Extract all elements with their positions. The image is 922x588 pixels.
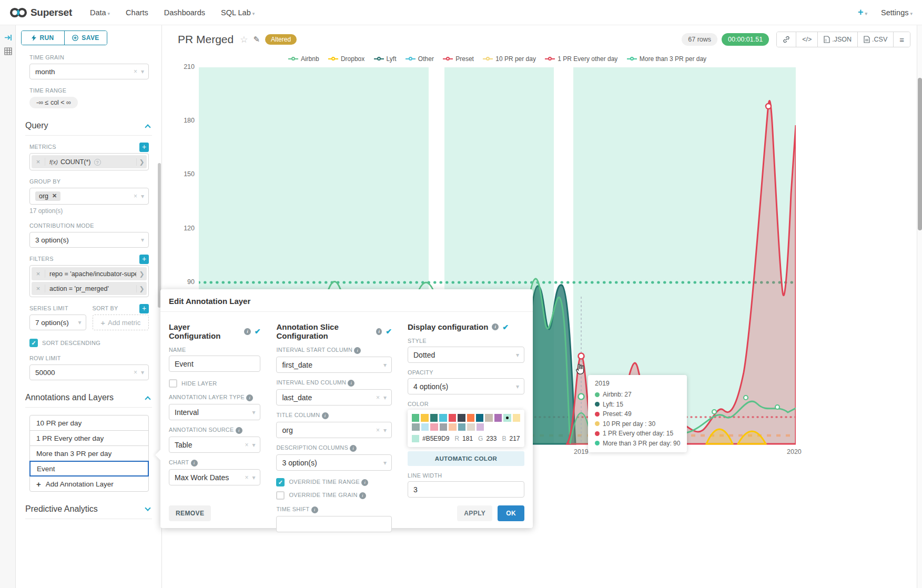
remove-icon[interactable]: ✕: [52, 192, 57, 200]
b-value[interactable]: 217: [509, 435, 520, 442]
legend-item[interactable]: 1 PR Every other day: [545, 55, 617, 63]
info-icon[interactable]: i: [376, 328, 382, 335]
chart-menu-button[interactable]: ≡: [893, 32, 910, 47]
annotation-layer-item[interactable]: 10 PR per day: [29, 415, 149, 431]
annotation-source-select[interactable]: Table × ▾: [169, 437, 260, 453]
color-swatch[interactable]: [449, 423, 457, 431]
remove-icon[interactable]: ×: [32, 158, 45, 166]
info-icon[interactable]: i: [350, 445, 357, 452]
color-swatch[interactable]: [449, 414, 456, 422]
style-select[interactable]: Dotted ▾: [408, 347, 524, 363]
annotations-section-header[interactable]: Annotations and Layers: [25, 393, 152, 408]
g-value[interactable]: 233: [486, 435, 497, 442]
color-swatch[interactable]: [513, 414, 520, 422]
row-limit-select[interactable]: 50000 × ▾: [29, 364, 149, 380]
apply-button[interactable]: APPLY: [457, 505, 492, 521]
nav-sql-lab[interactable]: SQL Lab▾: [221, 8, 255, 17]
page-scrollbar[interactable]: [917, 25, 922, 588]
view-query-button[interactable]: </>: [796, 32, 817, 47]
edit-properties-icon[interactable]: ✎: [253, 35, 260, 44]
filter-chip[interactable]: × action = 'pr_merged' ❯: [32, 282, 147, 295]
export-json-button[interactable]: {} .JSON: [817, 32, 857, 47]
collapse-panel-icon[interactable]: [0, 31, 16, 44]
clear-icon[interactable]: ×: [376, 394, 380, 401]
favorite-star-icon[interactable]: ☆: [240, 34, 248, 45]
color-swatch[interactable]: [440, 423, 448, 431]
opacity-select[interactable]: 4 option(s) ▾: [408, 378, 524, 394]
add-filter-button[interactable]: +: [139, 255, 149, 264]
title-column-select[interactable]: org × ▾: [276, 422, 392, 438]
nav-data[interactable]: Data▾: [90, 8, 110, 17]
info-icon[interactable]: i: [348, 380, 354, 387]
name-input[interactable]: [169, 356, 260, 372]
panel-scrollbar-thumb[interactable]: [158, 163, 161, 308]
chart-select[interactable]: Max Work Dates × ▾: [169, 469, 260, 485]
legend-item[interactable]: Other: [406, 55, 434, 63]
interval-start-select[interactable]: first_date ▾: [276, 357, 392, 373]
color-swatch[interactable]: [439, 414, 447, 422]
nav-charts[interactable]: Charts: [126, 8, 148, 17]
add-metric-button[interactable]: +: [139, 143, 149, 152]
chevron-right-icon[interactable]: ❯: [136, 285, 147, 292]
clear-icon[interactable]: ×: [245, 474, 248, 481]
scrollbar-thumb[interactable]: [918, 78, 922, 230]
color-swatch[interactable]: [421, 423, 429, 431]
remove-button[interactable]: REMOVE: [169, 505, 211, 521]
nav-dashboards[interactable]: Dashboards: [164, 8, 205, 17]
color-swatch[interactable]: [458, 414, 465, 422]
annotation-layer-item[interactable]: 1 PR Every other day: [29, 430, 149, 446]
sort-by-add-metric[interactable]: +Add metric: [93, 315, 149, 330]
info-icon[interactable]: i: [322, 412, 329, 419]
datasource-grid-icon[interactable]: [0, 44, 16, 58]
remove-icon[interactable]: ×: [32, 270, 45, 278]
share-link-button[interactable]: [777, 32, 796, 47]
legend-item[interactable]: Lyft: [374, 55, 397, 63]
annotation-layer-item[interactable]: More than 3 PR per day: [29, 445, 149, 461]
color-swatch[interactable]: [430, 423, 438, 431]
series-limit-select[interactable]: 7 option(s) ▾: [29, 315, 86, 330]
description-columns-select[interactable]: 3 option(s) ▾: [276, 454, 392, 471]
info-icon[interactable]: i: [244, 328, 250, 335]
color-swatch[interactable]: [412, 414, 419, 422]
color-swatch[interactable]: [467, 423, 475, 431]
color-swatch[interactable]: [494, 414, 502, 422]
automatic-color-button[interactable]: AUTOMATIC COLOR: [408, 451, 524, 466]
color-swatch[interactable]: [476, 414, 483, 422]
legend-item[interactable]: Dropbox: [328, 55, 364, 63]
export-csv-button[interactable]: .CSV: [857, 32, 893, 47]
clear-icon[interactable]: ×: [134, 369, 137, 376]
clear-icon[interactable]: ×: [134, 68, 137, 75]
filter-chip[interactable]: × repo = 'apache/incubator-supers... ❯: [32, 267, 147, 280]
legend-item[interactable]: Airbnb: [288, 55, 319, 63]
color-swatch[interactable]: [412, 423, 420, 431]
contribution-mode-select[interactable]: 3 option(s) ▾: [29, 232, 149, 248]
predictive-section-header[interactable]: Predictive Analytics: [25, 504, 152, 519]
query-section-header[interactable]: Query: [25, 121, 152, 136]
settings-menu[interactable]: Settings▾: [881, 8, 913, 17]
annotation-layer-type-select[interactable]: Interval ▾: [169, 404, 260, 420]
legend-item[interactable]: More than 3 PR per day: [627, 55, 706, 63]
info-icon[interactable]: i: [246, 394, 253, 401]
clear-icon[interactable]: ×: [376, 427, 380, 434]
hide-layer-checkbox[interactable]: [169, 379, 177, 388]
override-time-grain-checkbox[interactable]: [276, 491, 285, 500]
info-icon[interactable]: i: [492, 323, 499, 330]
remove-icon[interactable]: ×: [32, 285, 45, 292]
run-button[interactable]: RUN: [22, 31, 64, 45]
color-swatch[interactable]: [430, 414, 438, 422]
save-button[interactable]: SAVE: [64, 31, 107, 45]
new-item-button[interactable]: +▾: [858, 7, 867, 18]
info-icon[interactable]: i: [361, 479, 368, 486]
color-swatch-selected[interactable]: [503, 414, 511, 422]
sort-descending-checkbox[interactable]: ✓: [29, 339, 38, 347]
color-swatch[interactable]: [458, 423, 466, 431]
r-value[interactable]: 181: [462, 435, 473, 442]
chevron-right-icon[interactable]: ❯: [136, 270, 147, 278]
color-swatch[interactable]: [467, 414, 474, 422]
superset-logo[interactable]: Superset: [9, 6, 72, 19]
chevron-right-icon[interactable]: ❯: [136, 158, 147, 166]
color-swatch[interactable]: [477, 423, 484, 431]
add-sort-metric-button[interactable]: +: [139, 304, 149, 313]
color-swatch[interactable]: [485, 414, 492, 422]
group-by-select[interactable]: org✕ × ▾: [29, 188, 149, 205]
